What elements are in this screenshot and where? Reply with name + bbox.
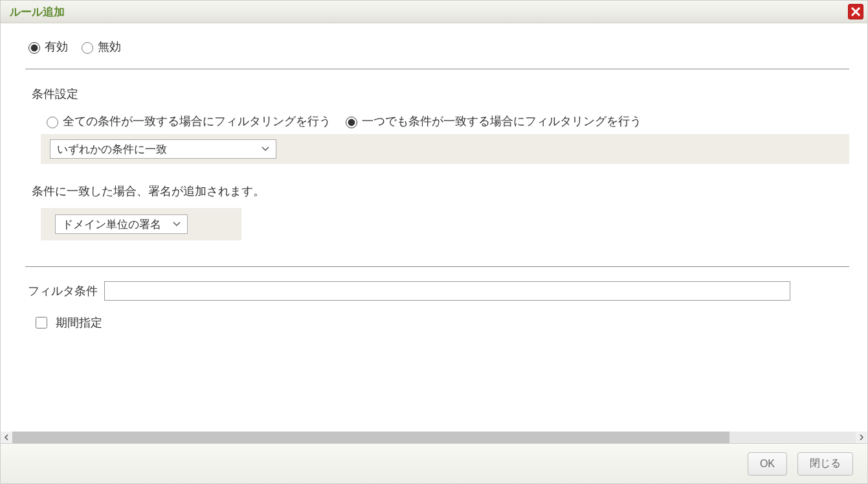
period-checkbox[interactable] [36,317,47,328]
chevron-down-icon [262,146,269,152]
signature-select-band: ドメイン単位の署名 [41,208,241,240]
scroll-left-arrow-icon[interactable] [1,432,12,443]
ok-button[interactable]: OK [748,452,787,476]
filter-condition-label: フィルタ条件 [28,283,98,299]
close-button[interactable]: 閉じる [797,452,853,476]
signature-select-value: ドメイン単位の署名 [62,217,161,232]
horizontal-scrollbar[interactable] [1,432,867,443]
scroll-thumb[interactable] [12,432,729,443]
rule-add-dialog: ルール追加 有効 無効 条件設定 全ての条件が一致する場合にフィルタリングを行う [0,0,868,484]
signature-note: 条件に一致した場合、署名が追加されます。 [32,183,849,199]
match-all-radio[interactable]: 全ての条件が一致する場合にフィルタリングを行う [43,113,331,129]
dialog-footer: OK 閉じる [1,443,867,483]
status-disabled-input[interactable] [82,42,93,54]
condition-settings-heading: 条件設定 [32,86,849,102]
condition-select-value: いずれかの条件に一致 [57,142,167,157]
close-icon[interactable] [848,4,863,19]
match-any-label: 一つでも条件が一致する場合にフィルタリングを行う [362,113,641,129]
match-mode-radio-group: 全ての条件が一致する場合にフィルタリングを行う 一つでも条件が一致する場合にフィ… [43,113,849,129]
period-label: 期間指定 [56,315,102,330]
status-disabled-radio[interactable]: 無効 [78,39,121,54]
status-enabled-label: 有効 [45,39,68,54]
match-all-label: 全ての条件が一致する場合にフィルタリングを行う [63,113,331,129]
filter-condition-row: フィルタ条件 [28,281,849,301]
dialog-title: ルール追加 [10,5,65,19]
divider [25,266,849,267]
status-disabled-label: 無効 [98,39,121,54]
chevron-down-icon [173,222,181,227]
match-any-radio[interactable]: 一つでも条件が一致する場合にフィルタリングを行う [342,113,641,129]
dialog-content: 有効 無効 条件設定 全ての条件が一致する場合にフィルタリングを行う 一つでも条… [1,23,867,443]
scroll-track[interactable] [12,432,856,443]
signature-select[interactable]: ドメイン単位の署名 [55,214,188,234]
divider [25,69,849,69]
condition-select[interactable]: いずれかの条件に一致 [50,139,276,159]
match-any-input[interactable] [346,117,357,128]
scroll-right-arrow-icon[interactable] [856,432,867,443]
status-enabled-input[interactable] [28,42,40,54]
dialog-titlebar: ルール追加 [1,1,867,23]
status-radio-group: 有効 無効 [25,39,849,54]
period-row: 期間指定 [33,315,849,330]
filter-condition-input[interactable] [104,281,790,301]
status-enabled-radio[interactable]: 有効 [25,39,68,54]
condition-select-band: いずれかの条件に一致 [41,134,849,164]
match-all-input[interactable] [47,117,58,128]
